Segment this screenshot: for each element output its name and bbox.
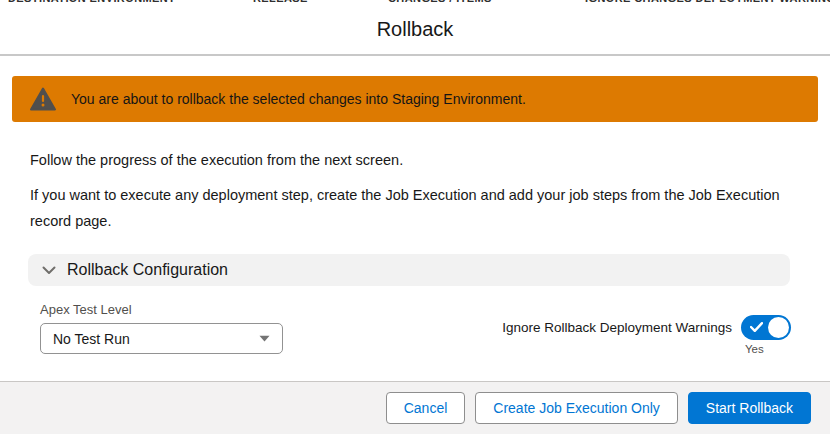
modal-body-text: Follow the progress of the execution fro… [30,148,798,234]
warning-banner: You are about to rollback the selected c… [12,76,818,122]
body-paragraph: Follow the progress of the execution fro… [30,148,798,173]
bg-column-header: RELEASE [253,0,308,4]
bg-column-header: IGNORE CHANGES DEPLOYMENT WARNINGS [585,0,830,4]
apex-test-level-label: Apex Test Level [40,302,283,317]
start-rollback-button[interactable]: Start Rollback [688,392,811,424]
apex-test-level-field: Apex Test Level No Test Run [40,302,283,354]
body-paragraph: If you want to execute any deployment st… [30,183,798,234]
toggle-state-label: Yes [745,343,764,355]
ignore-warnings-toggle[interactable] [741,315,791,340]
background-table-header-strip: DESTINATION ENVIRONMENT RELEASE CHANGES … [0,0,830,5]
apex-test-level-select[interactable]: No Test Run [40,323,283,354]
bg-column-header: DESTINATION ENVIRONMENT [8,0,175,4]
check-icon [750,322,763,332]
bg-column-header: CHANGES / ITEMS [388,0,492,4]
cancel-button[interactable]: Cancel [386,392,466,424]
modal-header: Rollback [0,0,830,56]
section-title: Rollback Configuration [67,261,228,279]
section-header-rollback-configuration[interactable]: Rollback Configuration [28,254,790,286]
dropdown-caret-icon [259,335,270,342]
ignore-warnings-field: Ignore Rollback Deployment Warnings Yes [502,315,791,355]
rollback-configuration-form: Apex Test Level No Test Run Ignore Rollb… [40,302,791,355]
warning-triangle-icon [30,87,56,111]
modal-footer: Cancel Create Job Execution Only Start R… [0,381,830,434]
toggle-knob [768,317,789,338]
apex-test-level-value: No Test Run [53,331,130,347]
warning-message: You are about to rollback the selected c… [71,91,526,107]
create-job-execution-only-button[interactable]: Create Job Execution Only [475,392,678,424]
ignore-warnings-label: Ignore Rollback Deployment Warnings [502,315,732,340]
rollback-modal: DESTINATION ENVIRONMENT RELEASE CHANGES … [0,0,830,434]
chevron-down-icon[interactable] [42,266,56,275]
page-title: Rollback [377,18,454,41]
